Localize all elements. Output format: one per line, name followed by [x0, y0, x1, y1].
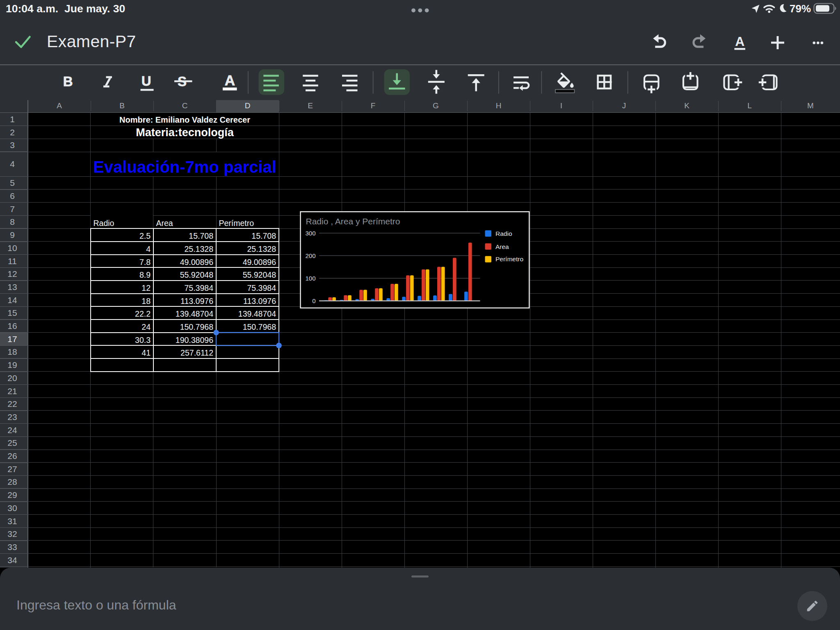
svg-text:Area: Area [495, 243, 509, 250]
svg-text:200: 200 [305, 252, 315, 259]
svg-text:300: 300 [305, 230, 315, 237]
svg-text:A: A [735, 34, 744, 49]
svg-text:Perímetro: Perímetro [495, 256, 523, 262]
svg-text:B: B [63, 74, 73, 89]
svg-text:U: U [142, 73, 151, 89]
svg-text:100: 100 [305, 275, 315, 282]
svg-text:Radio , Area y Perímetro: Radio , Area y Perímetro [306, 217, 400, 226]
svg-text:Radio: Radio [495, 230, 512, 237]
svg-text:A: A [225, 72, 235, 88]
svg-text:0: 0 [312, 297, 315, 304]
